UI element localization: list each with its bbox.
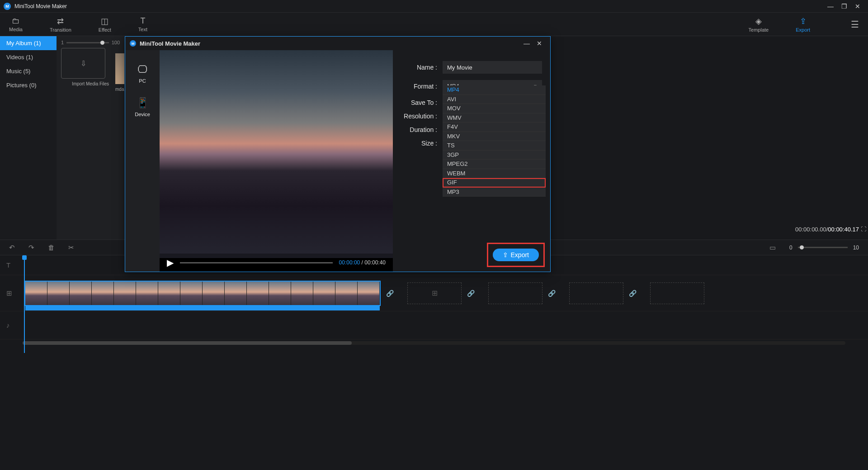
name-input[interactable] bbox=[443, 61, 542, 74]
effect-label: Effect bbox=[99, 27, 111, 33]
link-icon[interactable]: 🔗 bbox=[548, 290, 556, 297]
link-icon[interactable]: 🔗 bbox=[629, 290, 637, 297]
timeline-zoom-slider[interactable] bbox=[798, 247, 848, 248]
monitor-icon: 🖵 bbox=[137, 64, 147, 75]
media-tab[interactable]: 🗀 Media bbox=[9, 16, 23, 32]
pc-tab[interactable]: 🖵 PC bbox=[137, 64, 147, 84]
titlebar: M MiniTool Movie Maker — ❐ ✕ bbox=[0, 0, 868, 13]
dialog-preview-video bbox=[160, 50, 393, 258]
saveto-label: Save To : bbox=[401, 99, 437, 106]
video-clip[interactable] bbox=[24, 281, 381, 306]
effect-tab[interactable]: ◫ Effect bbox=[99, 16, 111, 33]
dialog-player-controls: ▶ 00:00:00 / 00:00:40 bbox=[160, 254, 393, 272]
template-label: Template bbox=[749, 27, 769, 33]
tl-zoom-min: 0 bbox=[789, 244, 793, 251]
name-label: Name : bbox=[401, 64, 437, 71]
timeline-zoom: 0 10 bbox=[789, 244, 859, 251]
export-button[interactable]: ⇪ Export bbox=[493, 249, 539, 261]
audio-track: ♪ bbox=[0, 311, 868, 339]
player-time: 00:00:00 / 00:00:40 bbox=[339, 259, 386, 266]
play-button[interactable]: ▶ bbox=[167, 257, 174, 268]
preview-total-time: 00:00:40.17 bbox=[828, 226, 859, 233]
dialog-logo: M bbox=[130, 40, 136, 47]
pc-label: PC bbox=[139, 78, 146, 84]
fit-button[interactable]: ▭ bbox=[769, 244, 776, 252]
zoom-max: 100 bbox=[112, 40, 120, 45]
delete-button[interactable]: 🗑 bbox=[48, 244, 55, 251]
format-option-wmv[interactable]: WMV bbox=[443, 113, 546, 123]
app-title: MiniTool Movie Maker bbox=[14, 3, 824, 9]
audio-waveform bbox=[25, 305, 380, 310]
maximize-button[interactable]: ❐ bbox=[837, 0, 851, 13]
download-icon: ⇩ bbox=[80, 59, 86, 68]
sidebar-item-album[interactable]: My Album (1) bbox=[0, 36, 57, 50]
app-logo: M bbox=[4, 3, 11, 10]
player-current: 00:00:00 bbox=[339, 259, 360, 266]
dialog-close-button[interactable]: ✕ bbox=[533, 40, 546, 47]
format-option-3gp[interactable]: 3GP bbox=[443, 150, 546, 160]
close-button[interactable]: ✕ bbox=[851, 0, 864, 13]
sidebar: My Album (1) Videos (1) Music (5) Pictur… bbox=[0, 36, 57, 240]
empty-clip-slot[interactable]: ⊞ bbox=[407, 282, 462, 304]
sidebar-item-pictures[interactable]: Pictures (0) bbox=[0, 78, 57, 92]
timeline-scrollbar[interactable] bbox=[23, 341, 845, 345]
format-option-mov[interactable]: MOV bbox=[443, 104, 546, 113]
text-icon: T bbox=[140, 16, 145, 26]
undo-button[interactable]: ↶ bbox=[9, 244, 15, 252]
sidebar-item-music[interactable]: Music (5) bbox=[0, 64, 57, 78]
split-button[interactable]: ✂ bbox=[68, 244, 74, 252]
template-button[interactable]: ◈ Template bbox=[749, 16, 769, 33]
dialog-minimize-button[interactable]: — bbox=[520, 40, 533, 47]
size-label: Size : bbox=[401, 140, 437, 147]
duration-label: Duration : bbox=[401, 126, 437, 133]
zoom-min: 1 bbox=[61, 40, 64, 45]
video-track: ⊞ 🔗 ⊞ 🔗 🔗 🔗 bbox=[0, 275, 868, 311]
format-option-mp4[interactable]: MP4 bbox=[443, 85, 546, 95]
format-option-gif[interactable]: GIF bbox=[443, 178, 546, 188]
format-label: Format : bbox=[401, 83, 437, 90]
export-label: Export bbox=[796, 27, 810, 33]
format-option-webm[interactable]: WEBM bbox=[443, 169, 546, 179]
import-label: Import Media Files bbox=[61, 81, 120, 86]
import-media-button[interactable]: ⇩ bbox=[61, 48, 105, 79]
device-icon: 📱 bbox=[137, 97, 149, 109]
export-button-label: Export bbox=[511, 251, 529, 258]
dialog-sidebar: 🖵 PC 📱 Device bbox=[125, 50, 160, 272]
progress-bar[interactable] bbox=[180, 262, 333, 263]
format-dropdown: MP4AVIMOVWMVF4VMKVTS3GPMPEG2WEBMGIFMP3 bbox=[443, 85, 546, 197]
video-track-icon: ⊞ bbox=[6, 289, 18, 297]
format-option-ts[interactable]: TS bbox=[443, 141, 546, 150]
media-thumbnail-label: mda bbox=[115, 87, 124, 92]
sidebar-item-videos[interactable]: Videos (1) bbox=[0, 50, 57, 64]
redo-button[interactable]: ↷ bbox=[28, 244, 34, 252]
fullscreen-icon[interactable]: ⛶ bbox=[861, 226, 866, 232]
media-zoom-slider[interactable] bbox=[66, 42, 109, 43]
player-duration: 00:00:40 bbox=[364, 259, 386, 266]
empty-clip-slot[interactable] bbox=[650, 282, 704, 304]
format-option-f4v[interactable]: F4V bbox=[443, 122, 546, 132]
format-option-mkv[interactable]: MKV bbox=[443, 132, 546, 141]
empty-clip-slot[interactable] bbox=[488, 282, 542, 304]
link-icon[interactable]: 🔗 bbox=[467, 290, 475, 297]
text-tab[interactable]: T Text bbox=[138, 16, 147, 32]
export-icon: ⇪ bbox=[800, 16, 807, 26]
tl-zoom-max: 10 bbox=[853, 244, 859, 251]
upload-icon: ⇪ bbox=[503, 251, 508, 258]
export-toolbar-button[interactable]: ⇪ Export bbox=[796, 16, 810, 33]
text-label: Text bbox=[138, 27, 147, 32]
minimize-button[interactable]: — bbox=[824, 0, 837, 13]
link-icon[interactable]: 🔗 bbox=[386, 290, 394, 297]
format-option-avi[interactable]: AVI bbox=[443, 95, 546, 104]
transition-tab[interactable]: ⇄ Transition bbox=[50, 16, 71, 33]
transition-label: Transition bbox=[50, 27, 71, 33]
export-button-highlight: ⇪ Export bbox=[487, 243, 545, 267]
audio-track-icon: ♪ bbox=[6, 321, 18, 329]
media-thumbnail[interactable] bbox=[115, 53, 124, 84]
hamburger-menu[interactable]: ☰ bbox=[851, 19, 859, 30]
export-dialog: M MiniTool Movie Maker — ✕ 🖵 PC 📱 Device… bbox=[125, 36, 551, 272]
folder-icon: 🗀 bbox=[12, 16, 20, 26]
format-option-mp3[interactable]: MP3 bbox=[443, 188, 546, 197]
format-option-mpeg2[interactable]: MPEG2 bbox=[443, 160, 546, 169]
empty-clip-slot[interactable] bbox=[569, 282, 623, 304]
device-tab[interactable]: 📱 Device bbox=[135, 97, 150, 117]
